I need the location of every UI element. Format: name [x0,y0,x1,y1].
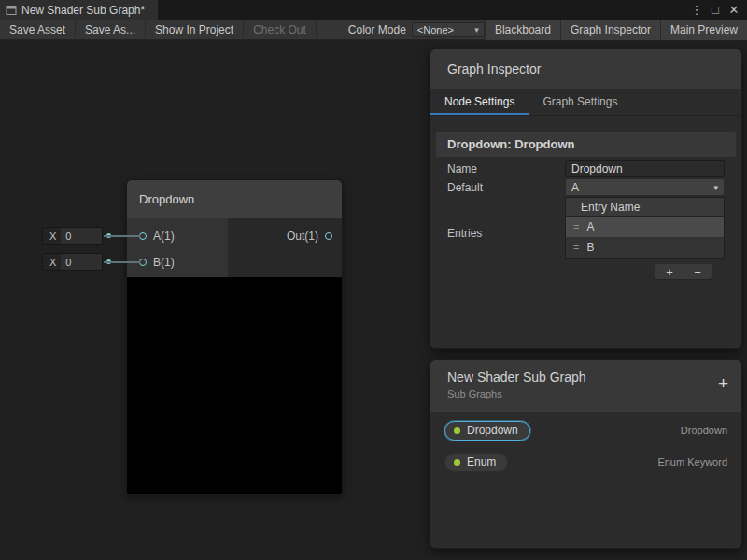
port-circle-out[interactable] [325,232,332,240]
menu-icon[interactable]: ⋮ [689,3,704,17]
name-field[interactable]: Dropdown [565,160,725,177]
color-mode-label: Color Mode [343,23,412,36]
edge-b [104,261,140,263]
input-port-b[interactable]: B(1) [139,256,175,269]
port-circle-a[interactable] [139,232,147,240]
output-port-out[interactable]: Out(1) [287,230,332,243]
node-title[interactable]: Dropdown [127,180,342,218]
blackboard-toggle-button[interactable]: Blackboard [485,20,560,40]
enum-property-pill[interactable]: Enum [444,453,508,472]
chevron-down-icon: ▾ [474,25,479,35]
port-a-value-widget[interactable]: X 0 [42,227,103,245]
color-mode-value: <None> [417,24,454,35]
toolbar: Save Asset Save As... Show In Project Ch… [0,20,747,40]
tab-node-settings[interactable]: Node Settings [430,89,529,115]
default-label: Default [447,181,483,194]
add-entry-button[interactable]: + [660,265,679,279]
axis-label-x: X [43,231,61,242]
drag-handle-icon[interactable]: = [573,242,579,253]
graph-canvas[interactable]: Dropdown A(1) B(1) Out(1) X [0,40,747,560]
entry-row-b[interactable]: = B [566,237,724,258]
port-b-value-field[interactable]: 0 [61,254,102,270]
blackboard-subtitle: Sub Graphs [447,388,741,399]
entries-label: Entries [447,227,482,240]
remove-entry-button[interactable]: − [688,265,707,279]
port-b-value-widget[interactable]: X 0 [42,253,103,271]
property-type-label: Dropdown [681,425,727,436]
property-type-label: Enum Keyword [657,456,727,468]
graph-inspector-title: Graph Inspector [430,49,741,89]
color-mode-dropdown[interactable]: <None> ▾ [412,22,485,37]
entries-list: Entry Name = A = B [565,197,725,259]
default-dropdown[interactable]: A ▾ [565,178,725,196]
main-preview-toggle-button[interactable]: Main Preview [660,20,747,40]
port-circle-b[interactable] [139,259,147,266]
edge-a [104,235,140,237]
blackboard-row-enum: Enum Enum Keyword [430,449,741,475]
name-label: Name [447,162,477,175]
input-port-a[interactable]: A(1) [139,230,175,243]
unity-shader-graph-window: New Shader Sub Graph* ⋮ □ ✕ Save Asset S… [0,0,747,560]
add-property-button[interactable]: + [718,373,728,394]
keyword-dot-icon [454,459,460,466]
check-out-button[interactable]: Check Out [244,20,317,40]
window-icon [6,5,17,16]
graph-inspector-panel: Graph Inspector Node Settings Graph Sett… [430,49,742,349]
blackboard-title: New Shader Sub Graph [447,370,741,385]
chevron-down-icon: ▾ [713,183,724,192]
entries-list-header: Entry Name [566,198,724,217]
blackboard-row-dropdown: Dropdown Dropdown [430,417,741,443]
drag-handle-icon[interactable]: = [573,221,579,232]
node-preview [127,277,342,494]
window-title: New Shader Sub Graph* [21,4,145,17]
axis-label-x: X [43,257,61,268]
blackboard-panel: New Shader Sub Graph Sub Graphs + Dropdo… [430,359,742,549]
keyword-dot-icon [454,427,460,434]
save-as-button[interactable]: Save As... [76,20,146,40]
graph-inspector-toggle-button[interactable]: Graph Inspector [560,20,660,40]
dropdown-property-pill[interactable]: Dropdown [444,421,530,441]
window-tab[interactable]: New Shader Sub Graph* [0,0,158,20]
dropdown-node[interactable]: Dropdown A(1) B(1) Out(1) [126,179,343,495]
port-a-value-field[interactable]: 0 [61,228,102,244]
save-asset-button[interactable]: Save Asset [0,20,76,40]
blackboard-header: New Shader Sub Graph Sub Graphs + [430,360,741,412]
entries-list-footer: + − [655,264,712,280]
entry-row-a[interactable]: = A [566,217,724,237]
node-settings-section-title: Dropdown: Dropdown [436,132,736,157]
maximize-icon[interactable]: □ [708,3,723,17]
show-in-project-button[interactable]: Show In Project [146,20,244,40]
title-bar: New Shader Sub Graph* ⋮ □ ✕ [0,0,747,20]
tab-graph-settings[interactable]: Graph Settings [529,89,631,115]
close-icon[interactable]: ✕ [726,3,741,17]
